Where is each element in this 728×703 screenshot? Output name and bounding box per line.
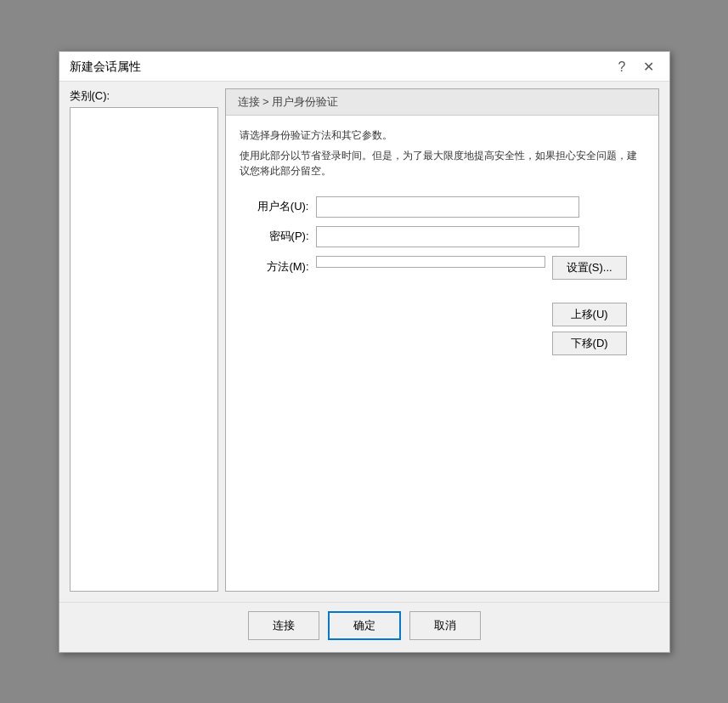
title-bar-controls: ? ✕ (613, 59, 659, 76)
password-row: 密码(P): (240, 226, 645, 247)
breadcrumb: 连接 > 用户身份验证 (226, 89, 658, 116)
method-buttons: 设置(S)... 上移(U) 下移(D) (552, 256, 627, 355)
connect-button[interactable]: 连接 (248, 611, 319, 640)
description-line2: 使用此部分以节省登录时间。但是，为了最大限度地提高安全性，如果担心安全问题，建议… (240, 148, 645, 179)
move-down-button[interactable]: 下移(D) (552, 332, 627, 355)
description-line1: 请选择身份验证方法和其它参数。 (240, 128, 645, 143)
dialog-footer: 连接 确定 取消 (59, 602, 669, 652)
method-label: 方法(M): (240, 256, 316, 275)
password-input[interactable] (316, 226, 579, 247)
content-area: 请选择身份验证方法和其它参数。 使用此部分以节省登录时间。但是，为了最大限度地提… (226, 116, 658, 591)
title-bar: 新建会话属性 ? ✕ (59, 52, 669, 82)
move-up-button[interactable]: 上移(U) (552, 303, 627, 326)
username-label: 用户名(U): (240, 199, 316, 214)
help-button[interactable]: ? (613, 59, 631, 76)
dialog-title: 新建会话属性 (70, 60, 141, 75)
tree-container[interactable] (70, 107, 218, 592)
category-label: 类别(C): (70, 88, 218, 104)
cancel-button[interactable]: 取消 (409, 611, 481, 640)
methods-row: 方法(M): 设置(S)... 上移(U) 下移(D) (240, 256, 645, 355)
main-content: 连接 > 用户身份验证 请选择身份验证方法和其它参数。 使用此部分以节省登录时间… (225, 88, 659, 592)
dialog: 新建会话属性 ? ✕ 类别(C): 连接 > 用户身份验证 请选择身份验证方法和… (59, 51, 670, 653)
username-input[interactable] (316, 196, 579, 218)
settings-button[interactable]: 设置(S)... (552, 256, 627, 280)
dialog-body: 类别(C): 连接 > 用户身份验证 请选择身份验证方法和其它参数。 使用此部分… (59, 82, 669, 602)
methods-list-container: 设置(S)... 上移(U) 下移(D) (316, 256, 627, 355)
close-button[interactable]: ✕ (638, 59, 659, 76)
ok-button[interactable]: 确定 (328, 611, 401, 640)
methods-box (316, 256, 545, 268)
category-section: 类别(C): (70, 88, 218, 592)
password-label: 密码(P): (240, 229, 316, 244)
username-row: 用户名(U): (240, 196, 645, 218)
